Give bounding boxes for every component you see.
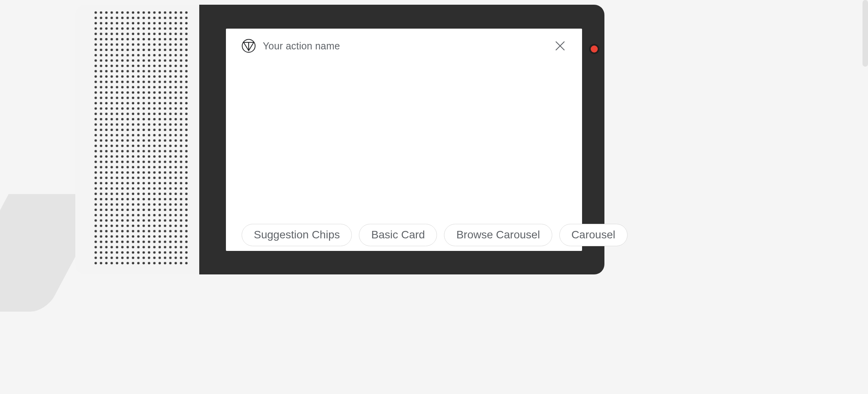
suggestion-chips-row: Suggestion Chips Basic Card Browse Carou… <box>242 224 628 246</box>
scrollbar-thumb[interactable] <box>863 0 868 67</box>
svg-rect-1 <box>94 11 190 266</box>
card-header: Your action name <box>242 38 566 54</box>
chip-carousel[interactable]: Carousel <box>559 224 628 246</box>
camera-indicator-icon <box>591 45 598 53</box>
content-card: Your action name Suggestion Chips Basic … <box>226 29 582 251</box>
chip-basic-card[interactable]: Basic Card <box>359 224 437 246</box>
action-logo-icon <box>242 39 256 53</box>
action-name-label: Your action name <box>263 40 340 52</box>
speaker-grill <box>94 11 190 266</box>
chip-browse-carousel[interactable]: Browse Carousel <box>444 224 552 246</box>
close-button[interactable] <box>554 40 566 52</box>
chip-suggestion-chips[interactable]: Suggestion Chips <box>242 224 352 246</box>
